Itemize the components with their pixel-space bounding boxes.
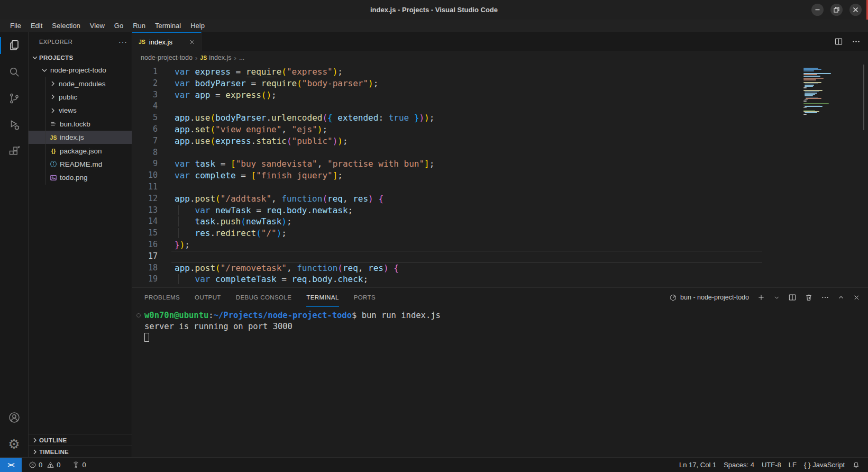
- tab-index.js[interactable]: JSindex.js: [132, 32, 202, 51]
- tree-item-label: bun.lockb: [60, 120, 90, 128]
- minimap[interactable]: [803, 68, 834, 115]
- line-number: 7: [132, 135, 158, 147]
- kill-terminal-icon[interactable]: [805, 293, 813, 302]
- notifications-bell[interactable]: [848, 458, 864, 472]
- close-panel-icon[interactable]: [853, 294, 861, 302]
- code-line-18: 18app.post("/removetask", function(req, …: [132, 262, 868, 274]
- activity-settings-icon[interactable]: ⚙: [0, 431, 28, 457]
- tree-item-views[interactable]: views: [29, 104, 132, 117]
- close-tab-icon[interactable]: [189, 39, 196, 46]
- line-number: 2: [132, 78, 158, 89]
- js-file-icon: JS: [139, 39, 145, 45]
- activity-run-debug-icon[interactable]: [0, 112, 28, 138]
- terminal-output[interactable]: w0n70n@ubuntu:~/Projects/node-project-to…: [132, 307, 868, 457]
- encoding[interactable]: UTF-8: [758, 458, 785, 472]
- chevron-down-icon: [31, 53, 39, 62]
- split-editor-icon[interactable]: [834, 37, 843, 46]
- activity-accounts-icon[interactable]: [0, 404, 28, 431]
- line-number: 16: [132, 239, 158, 251]
- maximize-panel-icon[interactable]: [837, 294, 845, 301]
- menu-run[interactable]: Run: [128, 21, 150, 31]
- activity-bar: ⚙: [0, 32, 29, 457]
- code-line-11: 11: [132, 181, 868, 193]
- chevron-down-icon: [40, 66, 49, 75]
- file-tree: node-project-todonode_modulespublicviews…: [29, 63, 132, 185]
- tree-item-label: package.json: [60, 147, 102, 155]
- tree-item-package.json[interactable]: {}package.json: [29, 144, 132, 157]
- terminal-instance-label[interactable]: bun - node-project-todo: [669, 294, 749, 302]
- tree-item-index.js[interactable]: JSindex.js: [29, 131, 132, 144]
- menu-terminal[interactable]: Terminal: [150, 21, 186, 31]
- explorer-title: EXPLORER: [39, 39, 72, 45]
- menu-help[interactable]: Help: [186, 21, 209, 31]
- window-controls: [811, 4, 862, 16]
- line-number: 17: [132, 251, 158, 262]
- code-editor[interactable]: 1var express = require("express");2var b…: [132, 65, 868, 287]
- editor-scrollbar[interactable]: [863, 65, 864, 130]
- tree-item-public[interactable]: public: [29, 90, 132, 104]
- line-number: 15: [132, 228, 158, 239]
- tree-item-label: README.md: [60, 160, 102, 168]
- tree-item-bun.lockb[interactable]: bun.lockb: [29, 117, 132, 131]
- tree-item-node_modules[interactable]: node_modules: [29, 77, 132, 90]
- restore-button[interactable]: [830, 4, 843, 16]
- panel-more-actions-icon[interactable]: [821, 293, 829, 302]
- activity-source-control-icon[interactable]: [0, 85, 28, 112]
- minimize-button[interactable]: [811, 4, 824, 16]
- cursor-position[interactable]: Ln 17, Col 1: [675, 458, 720, 472]
- remote-indicator[interactable]: ><: [0, 458, 22, 472]
- line-number: 8: [132, 147, 158, 159]
- panel-tab-terminal[interactable]: TERMINAL: [306, 288, 339, 307]
- menu-go[interactable]: Go: [109, 21, 128, 31]
- line-number: 3: [132, 89, 158, 101]
- projects-section-header[interactable]: PROJECTS: [29, 51, 132, 63]
- section-timeline[interactable]: TIMELINE: [29, 446, 132, 457]
- error-icon: [29, 461, 36, 469]
- activity-explorer-icon[interactable]: [0, 32, 28, 59]
- menu-bar: FileEditSelectionViewGoRunTerminalHelp: [0, 20, 868, 32]
- panel-tab-ports[interactable]: PORTS: [354, 288, 376, 307]
- terminal-line: [144, 332, 868, 343]
- tree-item-node-project-todo[interactable]: node-project-todo: [29, 63, 132, 77]
- section-outline[interactable]: OUTLINE: [29, 434, 132, 446]
- code-line-12: 12app.post("/addtask", function(req, res…: [132, 193, 868, 205]
- code-line-1: 1var express = require("express");: [132, 66, 868, 78]
- code-line-4: 4: [132, 101, 868, 112]
- breadcrumb-item[interactable]: node-project-todo: [141, 54, 193, 61]
- tree-item-todo.png[interactable]: todo.png: [29, 171, 132, 184]
- activity-search-icon[interactable]: [0, 59, 28, 85]
- tree-item-label: views: [59, 106, 77, 114]
- language-mode[interactable]: { } JavaScript: [800, 458, 848, 472]
- code-line-8: 8: [132, 147, 868, 159]
- code-line-13: 13 var newTask = req.body.newtask;: [132, 205, 868, 216]
- activity-extensions-icon[interactable]: [0, 138, 28, 165]
- line-number: 11: [132, 181, 158, 193]
- breadcrumb-item[interactable]: JSindex.js: [200, 54, 231, 61]
- indentation[interactable]: Spaces: 4: [720, 458, 758, 472]
- breadcrumb-item[interactable]: ...: [239, 54, 244, 61]
- chevron-right-icon: [49, 93, 57, 101]
- panel-tab-problems[interactable]: PROBLEMS: [144, 288, 180, 307]
- code-line-14: 14 task.push(newTask);: [132, 216, 868, 228]
- js-file-icon: JS: [200, 55, 207, 61]
- terminal-dropdown-icon[interactable]: [773, 294, 780, 301]
- menu-view[interactable]: View: [85, 21, 109, 31]
- new-terminal-icon[interactable]: [757, 293, 765, 302]
- problems-status[interactable]: 0 0: [25, 458, 64, 472]
- panel-tab-debug-console[interactable]: DEBUG CONSOLE: [236, 288, 292, 307]
- command-decoration-icon[interactable]: [136, 313, 141, 317]
- explorer-more-actions-icon[interactable]: ···: [118, 38, 127, 46]
- tree-item-label: todo.png: [60, 174, 88, 181]
- eol-sequence[interactable]: LF: [785, 458, 800, 472]
- panel-tab-output[interactable]: OUTPUT: [195, 288, 221, 307]
- editor-more-actions-icon[interactable]: [852, 37, 861, 46]
- menu-selection[interactable]: Selection: [47, 21, 85, 31]
- menu-file[interactable]: File: [5, 21, 26, 31]
- ports-status[interactable]: 0: [68, 458, 89, 472]
- line-number: 6: [132, 124, 158, 135]
- panel-header: PROBLEMSOUTPUTDEBUG CONSOLETERMINALPORTS…: [132, 288, 868, 307]
- close-button[interactable]: [849, 4, 862, 16]
- split-terminal-icon[interactable]: [788, 293, 797, 302]
- tree-item-README.md[interactable]: README.md: [29, 158, 132, 171]
- menu-edit[interactable]: Edit: [26, 21, 47, 31]
